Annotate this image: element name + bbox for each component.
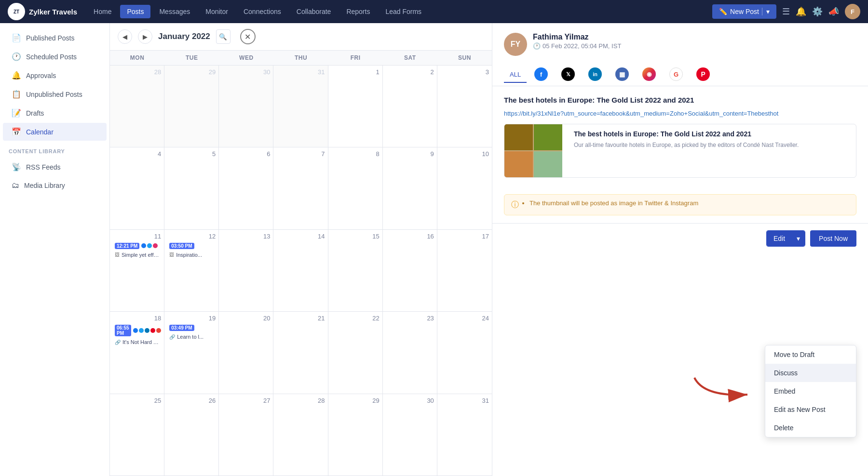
- sidebar-item-rss-feeds[interactable]: 📡 RSS Feeds: [3, 158, 107, 176]
- cal-cell-22[interactable]: 22: [328, 312, 383, 393]
- cal-cell-9[interactable]: 9: [383, 147, 437, 229]
- edit-dropdown-button[interactable]: ▾: [792, 231, 805, 246]
- arrow-pointer: [685, 368, 762, 409]
- sidebar-item-approvals[interactable]: 🔔 Approvals: [3, 66, 107, 84]
- cal-cell-29-dec[interactable]: 29: [164, 66, 219, 147]
- post-chip-1855[interactable]: 06:55 PM: [113, 324, 161, 337]
- cal-cell-20[interactable]: 20: [219, 312, 273, 393]
- post-chip-11-text[interactable]: 🖼 Simple yet effective...: [113, 251, 161, 259]
- menu-icon[interactable]: ☰: [782, 6, 790, 17]
- cal-cell-18[interactable]: 18 06:55 PM 🔗: [110, 312, 164, 393]
- cal-cell-25[interactable]: 25: [110, 394, 164, 476]
- calendar-next-button[interactable]: ▶: [138, 29, 152, 44]
- sidebar-item-drafts[interactable]: 📝 Drafts: [3, 104, 107, 122]
- calendar-close-button[interactable]: ✕: [240, 29, 256, 44]
- nav-home[interactable]: Home: [87, 5, 118, 18]
- post-title: The best hotels in Europe: The Gold List…: [504, 96, 856, 104]
- cal-cell-31-dec[interactable]: 31: [273, 66, 328, 147]
- tab-linkedin[interactable]: in: [583, 64, 608, 86]
- cal-cell-21[interactable]: 21: [273, 312, 328, 393]
- calendar-week-3: 11 12:21 PM 🖼 Simple yet effective...: [110, 230, 492, 312]
- cal-cell-2[interactable]: 2: [383, 66, 437, 147]
- nav-collaborate[interactable]: Collaborate: [290, 5, 338, 18]
- tab-buffer[interactable]: ▦: [610, 64, 635, 86]
- warning-banner: ⓘ The thumbnail will be posted as image …: [504, 194, 856, 215]
- cal-cell-13[interactable]: 13: [219, 230, 273, 311]
- tab-facebook[interactable]: f: [529, 64, 554, 86]
- sidebar-item-calendar[interactable]: 📅 Calendar: [3, 123, 107, 141]
- cal-cell-4[interactable]: 4: [110, 147, 164, 229]
- user-avatar[interactable]: F: [845, 4, 860, 19]
- warning-text: The thumbnail will be posted as image in…: [529, 199, 698, 207]
- cal-cell-3[interactable]: 3: [437, 66, 492, 147]
- cal-cell-24[interactable]: 24: [437, 312, 492, 393]
- sidebar-item-unpublished-posts[interactable]: 📋 Unpublished Posts: [3, 85, 107, 103]
- cal-cell-12[interactable]: 12 03:50 PM 🖼 Inspiratio...: [164, 230, 219, 311]
- settings-icon[interactable]: ⚙️: [812, 6, 823, 17]
- cal-cell-6[interactable]: 6: [219, 147, 273, 229]
- context-menu-edit-as-new-post[interactable]: Edit as New Post: [765, 400, 856, 419]
- nav-posts[interactable]: Posts: [120, 5, 150, 18]
- notifications-icon[interactable]: 🔔: [796, 6, 806, 17]
- cal-cell-14[interactable]: 14: [273, 230, 328, 311]
- edit-button[interactable]: Edit: [767, 231, 792, 246]
- tab-pinterest[interactable]: P: [691, 64, 716, 86]
- brand-logo[interactable]: ZT Zylker Travels: [8, 3, 77, 20]
- cal-cell-29[interactable]: 29: [328, 394, 383, 476]
- cal-cell-17[interactable]: 17: [437, 230, 492, 311]
- calendar-search-button[interactable]: 🔍: [216, 29, 231, 44]
- post-chip-12-text[interactable]: 🖼 Inspiratio...: [167, 251, 216, 259]
- context-menu-embed[interactable]: Embed: [765, 382, 856, 400]
- cal-cell-15[interactable]: 15: [328, 230, 383, 311]
- post-chip-1949[interactable]: 03:49 PM: [167, 324, 216, 332]
- tab-all[interactable]: ALL: [504, 67, 527, 83]
- cal-cell-23[interactable]: 23: [383, 312, 437, 393]
- nav-monitor[interactable]: Monitor: [199, 5, 235, 18]
- sidebar-item-media-library[interactable]: 🗂 Media Library: [3, 177, 107, 194]
- tab-twitter[interactable]: 𝕏: [556, 64, 581, 86]
- calendar-prev-button[interactable]: ◀: [118, 29, 132, 44]
- megaphone-icon[interactable]: 📣: [828, 6, 839, 17]
- scheduled-posts-icon: 🕐: [12, 52, 21, 61]
- nav-lead-forms[interactable]: Lead Forms: [379, 5, 428, 18]
- cal-cell-10[interactable]: 10: [437, 147, 492, 229]
- tab-instagram[interactable]: ◉: [637, 64, 662, 86]
- rss-icon: 📡: [12, 162, 21, 172]
- cal-cell-26[interactable]: 26: [164, 394, 219, 476]
- cal-cell-16[interactable]: 16: [383, 230, 437, 311]
- post-now-button[interactable]: Post Now: [810, 230, 856, 247]
- context-menu-delete[interactable]: Delete: [765, 419, 856, 437]
- cal-cell-19[interactable]: 19 03:49 PM 🔗 Learn to l...: [164, 312, 219, 393]
- cal-cell-28-dec[interactable]: 28: [110, 66, 164, 147]
- nav-messages[interactable]: Messages: [152, 5, 197, 18]
- link-icon: 🔗: [169, 334, 175, 340]
- post-chip-1121[interactable]: 12:21 PM: [113, 242, 161, 250]
- cal-cell-11[interactable]: 11 12:21 PM 🖼 Simple yet effective...: [110, 230, 164, 311]
- post-chip-1250[interactable]: 03:50 PM: [167, 242, 216, 250]
- post-chip-19-text[interactable]: 🔗 Learn to l...: [167, 333, 216, 341]
- context-menu-discuss[interactable]: Discuss: [765, 364, 856, 382]
- tab-google[interactable]: G: [664, 64, 689, 86]
- cal-cell-28[interactable]: 28: [273, 394, 328, 476]
- nav-reports[interactable]: Reports: [339, 5, 377, 18]
- post-time-badge: 12:21 PM: [115, 243, 139, 249]
- new-post-button[interactable]: ✏️ New Post ▾: [712, 4, 776, 19]
- cal-cell-7[interactable]: 7: [273, 147, 328, 229]
- cal-cell-30-dec[interactable]: 30: [219, 66, 273, 147]
- sidebar-item-scheduled-posts[interactable]: 🕐 Scheduled Posts: [3, 48, 107, 66]
- context-menu-move-to-draft[interactable]: Move to Draft: [765, 345, 856, 364]
- cal-cell-5[interactable]: 5: [164, 147, 219, 229]
- post-url[interactable]: https://bit.ly/31xNl1e?utm_source=facebo…: [504, 110, 856, 117]
- post-chip-18-text[interactable]: 🔗 It's Not Hard to Find...: [113, 338, 161, 346]
- cal-cell-30[interactable]: 30: [383, 394, 437, 476]
- sidebar-item-published-posts[interactable]: 📄 Published Posts: [3, 29, 107, 47]
- post-preview-card: The best hotels in Europe: The Gold List…: [504, 124, 856, 178]
- cal-cell-8[interactable]: 8: [328, 147, 383, 229]
- cal-cell-27[interactable]: 27: [219, 394, 273, 476]
- new-post-dropdown-arrow[interactable]: ▾: [762, 8, 770, 15]
- post-social-icons: [133, 328, 161, 333]
- cal-cell-31[interactable]: 31: [437, 394, 492, 476]
- twitter-tab-icon: 𝕏: [561, 67, 575, 81]
- cal-cell-1[interactable]: 1: [328, 66, 383, 147]
- nav-connections[interactable]: Connections: [237, 5, 288, 18]
